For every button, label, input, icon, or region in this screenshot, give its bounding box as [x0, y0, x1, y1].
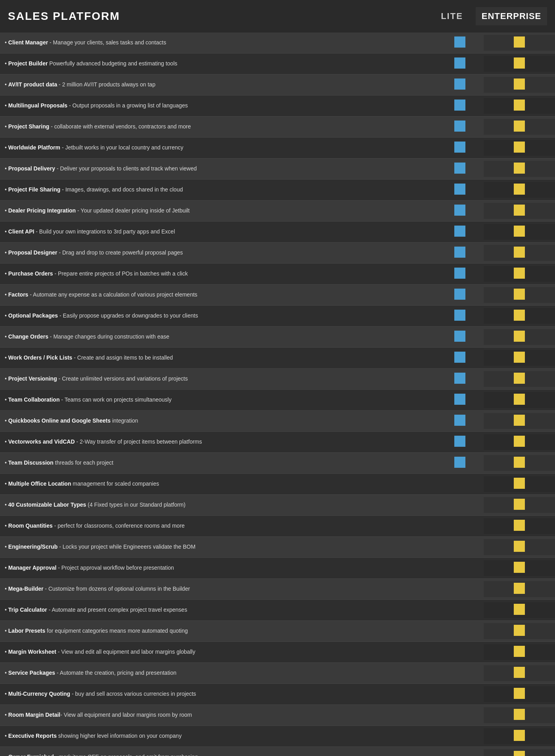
enterprise-indicator [484, 77, 555, 93]
included-icon [454, 457, 465, 468]
included-icon [514, 625, 525, 636]
included-icon [454, 331, 465, 342]
lite-indicator [436, 567, 484, 570]
feature-description: • Project Builder Powerfully advanced bu… [5, 60, 436, 68]
lite-indicator [436, 588, 484, 591]
table-row: • Room Margin Detail- View all equipment… [0, 705, 555, 726]
enterprise-indicator [484, 413, 555, 429]
included-icon [514, 184, 525, 195]
lite-indicator [436, 140, 484, 156]
feature-description: • Mega-Builder - Customize from dozens o… [5, 585, 436, 593]
feature-description: • Multilingual Proposals - Output propos… [5, 102, 436, 110]
table-row: • Room Quantities - perfect for classroo… [0, 516, 555, 537]
feature-description: • Optional Packages - Easily propose upg… [5, 312, 436, 320]
enterprise-indicator [484, 455, 555, 471]
enterprise-indicator [484, 602, 555, 618]
included-icon [454, 142, 465, 153]
enterprise-indicator [484, 560, 555, 576]
included-icon [454, 310, 465, 321]
lite-indicator [436, 714, 484, 717]
table-row: • AV/IT product data - 2 million AV/IT p… [0, 75, 555, 96]
included-icon [454, 163, 465, 174]
feature-description: • Multi-Currency Quoting - buy and sell … [5, 690, 436, 698]
enterprise-indicator [484, 329, 555, 345]
table-row: • Margin Worksheet - View and edit all e… [0, 642, 555, 663]
feature-description: • Manager Approval - Project approval wo… [5, 564, 436, 572]
enterprise-indicator [484, 686, 555, 702]
table-row: • Vectorworks and VidCAD - 2-Way transfe… [0, 432, 555, 453]
included-icon [514, 36, 525, 48]
lite-indicator [436, 287, 484, 303]
included-icon [514, 142, 525, 153]
lite-indicator [436, 609, 484, 612]
lite-indicator [436, 371, 484, 387]
feature-description: • Labor Presets for equipment categories… [5, 627, 436, 635]
lite-indicator [436, 224, 484, 240]
included-icon [514, 289, 525, 300]
included-icon [514, 583, 525, 594]
included-icon [454, 373, 465, 384]
lite-indicator [436, 434, 484, 450]
enterprise-indicator [484, 434, 555, 450]
included-icon [514, 646, 525, 657]
table-row: • Owner Furnished - mark items OFE on pr… [0, 747, 555, 756]
table-row: • Service Packages - Automate the creati… [0, 663, 555, 684]
included-icon [514, 268, 525, 279]
included-icon [454, 100, 465, 111]
included-icon [454, 352, 465, 363]
table-row: • Change Orders - Manage changes during … [0, 327, 555, 348]
lite-indicator [436, 545, 484, 549]
table-row: • Purchase Orders - Prepare entire proje… [0, 264, 555, 285]
feature-description: • Project Versioning - Create unlimited … [5, 375, 436, 383]
lite-indicator [436, 672, 484, 675]
lite-indicator [436, 651, 484, 654]
table-row: • Client Manager - Manage your clients, … [0, 33, 555, 54]
lite-indicator [436, 203, 484, 219]
feature-description: • Room Quantities - perfect for classroo… [5, 522, 436, 530]
enterprise-indicator [484, 350, 555, 366]
included-icon [514, 247, 525, 258]
included-icon [454, 226, 465, 237]
table-row: • Mega-Builder - Customize from dozens o… [0, 579, 555, 600]
table-row: • Project File Sharing - Images, drawing… [0, 180, 555, 201]
table-row: • Optional Packages - Easily propose upg… [0, 306, 555, 327]
included-icon [514, 562, 525, 573]
enterprise-indicator [484, 392, 555, 408]
table-row: • Quickbooks Online and Google Sheets in… [0, 411, 555, 432]
included-icon [454, 268, 465, 279]
included-icon [514, 352, 525, 363]
included-icon [514, 310, 525, 321]
included-icon [454, 247, 465, 258]
feature-description: • Client API - Build your own integratio… [5, 228, 436, 236]
included-icon [514, 688, 525, 699]
lite-indicator [436, 630, 484, 633]
included-icon [514, 100, 525, 111]
lite-indicator [436, 182, 484, 198]
included-icon [514, 478, 525, 489]
included-icon [454, 436, 465, 447]
table-row: • Multilingual Proposals - Output propos… [0, 96, 555, 117]
enterprise-indicator [484, 182, 555, 198]
included-icon [514, 520, 525, 531]
table-row: • Work Orders / Pick Lists - Create and … [0, 348, 555, 369]
table-row: • Project Builder Powerfully advanced bu… [0, 54, 555, 75]
lite-indicator [436, 735, 484, 738]
feature-description: • Project File Sharing - Images, drawing… [5, 186, 436, 194]
included-icon [514, 78, 525, 90]
enterprise-indicator [484, 140, 555, 156]
included-icon [514, 373, 525, 384]
feature-description: • Project Sharing - collaborate with ext… [5, 123, 436, 131]
lite-indicator [436, 56, 484, 72]
table-row: • Engineering/Scrub - Locks your project… [0, 537, 555, 558]
feature-description: • Dealer Pricing Integration - Your upda… [5, 207, 436, 215]
table-row: • Client API - Build your own integratio… [0, 222, 555, 243]
lite-indicator [436, 245, 484, 261]
enterprise-indicator [484, 56, 555, 72]
enterprise-indicator [484, 581, 555, 597]
included-icon [514, 436, 525, 447]
table-row: • Team Collaboration - Teams can work on… [0, 390, 555, 411]
included-icon [514, 205, 525, 216]
feature-description: • Change Orders - Manage changes during … [5, 333, 436, 341]
feature-description: • Factors - Automate any expense as a ca… [5, 291, 436, 299]
feature-description: • Proposal Designer - Drag and drop to c… [5, 249, 436, 257]
